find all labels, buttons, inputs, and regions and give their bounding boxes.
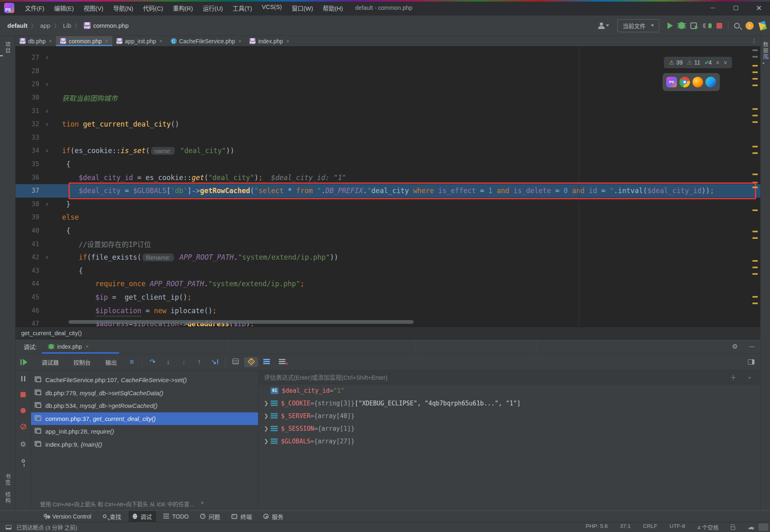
sidebar-item-project[interactable]: 项目 <box>4 42 11 54</box>
show-execution-point-button[interactable] <box>244 357 258 367</box>
stripe-mark[interactable] <box>752 65 758 67</box>
code-line-46[interactable]: 46$iplocation = new iplocate(); <box>16 304 760 317</box>
stripe-mark[interactable] <box>752 260 758 262</box>
firefox-icon[interactable] <box>692 77 703 87</box>
fold-marker-icon[interactable]: ∨ <box>39 254 55 260</box>
variable-row[interactable]: ❯$_SESSION = {array[1]} <box>258 422 760 435</box>
tab-index.php[interactable]: PHPindex.php <box>245 36 293 46</box>
attach-debugger-button[interactable] <box>690 22 697 29</box>
toolwindow-button-terminal[interactable]: 终端 <box>227 511 256 522</box>
pause-button[interactable] <box>21 376 25 381</box>
stack-frame[interactable]: common.php:37,get_current_deal_city() <box>31 412 258 425</box>
chevron-right-icon[interactable]: ❯ <box>262 400 271 406</box>
stripe-mark[interactable] <box>752 237 758 239</box>
user-menu-button[interactable] <box>598 22 609 29</box>
toolwindow-button-bug[interactable]: 调试 <box>129 511 156 522</box>
debug-settings-button[interactable] <box>20 440 26 449</box>
stripe-mark[interactable] <box>752 303 758 304</box>
gear-icon[interactable] <box>732 343 738 350</box>
fold-marker-icon[interactable]: ∧ <box>39 201 55 207</box>
stripe-mark[interactable] <box>752 85 758 86</box>
stripe-mark[interactable] <box>752 146 758 147</box>
stripe-mark[interactable] <box>752 174 758 175</box>
variable-row[interactable]: ❯$_SERVER = {array[40]} <box>258 410 760 422</box>
code-line-41[interactable]: 41//设置如存在的IP订位 <box>16 237 760 251</box>
menu-item-7[interactable]: 工具(T) <box>228 0 257 16</box>
close-button[interactable] <box>747 2 770 14</box>
fold-marker-icon[interactable]: ∨ <box>39 148 55 154</box>
close-icon[interactable] <box>201 500 204 508</box>
layout-settings-icon[interactable] <box>748 359 754 365</box>
force-step-into-button[interactable]: ↓ <box>177 358 191 366</box>
variable-row[interactable]: ❯$GLOBALS = {array[27]} <box>258 435 760 447</box>
toolwindow-button-problem[interactable]: 问题 <box>196 511 224 522</box>
tab-output[interactable]: 输出 <box>99 358 123 366</box>
horizontal-scrollbar[interactable] <box>69 320 414 324</box>
code-editor[interactable]: 27∧2829∨30获取当前团购城市31∧32∨tion get_current… <box>16 46 760 327</box>
code-line-29[interactable]: 29∨ <box>16 78 760 91</box>
status-item-0[interactable]: PHP: 5.6 <box>585 523 608 531</box>
resume-button[interactable] <box>20 359 28 365</box>
toolwindow-button-service[interactable]: 服务 <box>259 511 287 522</box>
tab-options-icon[interactable] <box>751 38 757 44</box>
update-button[interactable]: ↑ <box>746 22 754 30</box>
stack-frame[interactable]: CacheFileService.php:107,CacheFileServic… <box>31 374 258 387</box>
variable-row[interactable]: ❯$_COOKIE = {string[3]} ["XDEBUG_ECLIPSE… <box>258 397 760 410</box>
stripe-mark[interactable] <box>752 187 758 188</box>
sidebar-item-bookmarks[interactable]: 书签 <box>4 474 11 486</box>
code-line-43[interactable]: 43{ <box>16 264 760 278</box>
search-everywhere-button[interactable] <box>734 23 740 29</box>
stripe-mark[interactable] <box>752 209 758 211</box>
frames-settings-button[interactable] <box>260 358 274 366</box>
mute-breakpoints-button[interactable] <box>20 424 26 430</box>
run-to-cursor-button[interactable]: ↘I <box>208 358 222 366</box>
code-line-32[interactable]: 32∨tion get_current_deal_city() <box>16 118 760 131</box>
stripe-mark[interactable] <box>752 231 758 232</box>
next-issue-icon[interactable]: ∨ <box>723 60 727 65</box>
threads-view-icon[interactable]: ≡ <box>125 358 139 366</box>
stripe-mark[interactable] <box>752 273 758 275</box>
tab-db.php[interactable]: PHPdb.php <box>16 36 56 46</box>
stripe-mark[interactable] <box>752 108 758 110</box>
toolwindow-button-search[interactable]: 查找 <box>99 511 125 522</box>
prev-issue-icon[interactable]: ∧ <box>716 60 719 65</box>
stack-frame[interactable]: index.php:9,{main}() <box>31 438 258 451</box>
stripe-mark[interactable] <box>752 182 758 183</box>
run-button[interactable] <box>668 22 673 29</box>
minimize-button[interactable] <box>701 2 724 14</box>
menu-item-2[interactable]: 视图(V) <box>79 0 108 16</box>
breadcrumb-item-0[interactable]: default <box>7 22 27 29</box>
chevron-right-icon[interactable]: ❯ <box>262 413 271 419</box>
inspection-widget[interactable]: 39 11 4 ∧ ∨ <box>664 57 732 68</box>
menu-item-6[interactable]: 运行(U) <box>198 0 228 16</box>
fold-marker-icon[interactable]: ∨ <box>39 121 55 127</box>
stop-button[interactable] <box>20 392 26 397</box>
variable-row[interactable]: 01$deal_city_id = "1" <box>258 384 760 397</box>
menu-item-5[interactable]: 重构(R) <box>168 0 198 16</box>
tab-console[interactable]: 控制台 <box>67 358 97 366</box>
code-line-28[interactable]: 28 <box>16 65 760 78</box>
edge-icon[interactable] <box>705 77 716 87</box>
code-line-36[interactable]: 36$deal_city_id = es_cookie::get("deal_c… <box>16 171 760 184</box>
run-config-selector[interactable]: 当前文件 <box>617 19 659 32</box>
listen-debug-connections-button[interactable] <box>703 22 711 29</box>
error-stripe[interactable] <box>750 46 760 327</box>
stripe-mark[interactable] <box>752 49 758 51</box>
sidebar-item-structure[interactable]: 结构 <box>4 492 11 504</box>
step-over-button[interactable]: ↷ <box>146 358 160 366</box>
close-icon[interactable] <box>238 38 242 44</box>
tab-app_init.php[interactable]: PHPapp_init.php <box>112 36 167 46</box>
code-line-44[interactable]: 44require_once APP_ROOT_PATH."system/ext… <box>16 277 760 291</box>
code-line-27[interactable]: 27∧ <box>16 51 760 65</box>
step-into-button[interactable]: ↓ <box>161 358 175 366</box>
code-line-33[interactable]: 33 <box>16 131 760 145</box>
ide-features-icon[interactable] <box>759 21 767 30</box>
stripe-mark[interactable] <box>752 267 758 268</box>
status-item-2[interactable]: CRLF <box>643 523 657 531</box>
close-icon[interactable] <box>86 343 89 349</box>
weak-warning-count[interactable]: 11 <box>687 59 700 66</box>
close-icon[interactable] <box>159 38 162 44</box>
warning-count[interactable]: 39 <box>669 59 683 66</box>
passed-count[interactable]: 4 <box>704 59 712 66</box>
tab-CacheFileService.php[interactable]: CCacheFileService.php <box>167 36 246 46</box>
